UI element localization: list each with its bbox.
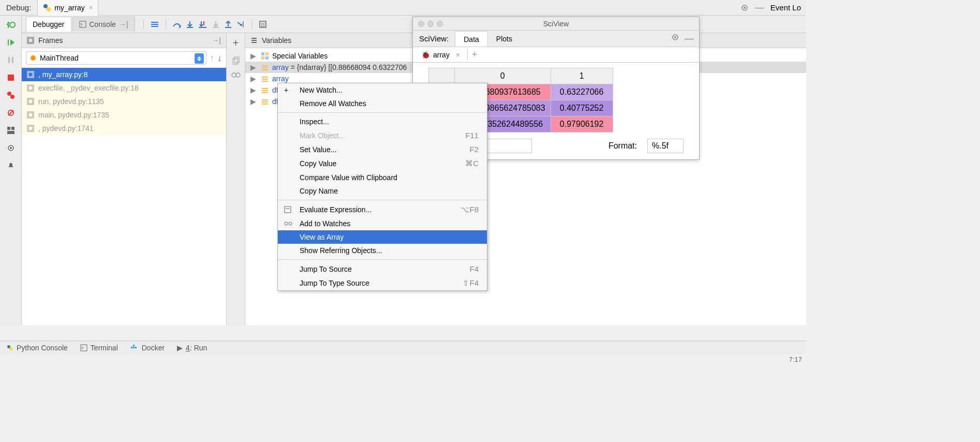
menu-item[interactable]: View as Array [278, 230, 487, 244]
resume-icon[interactable] [6, 37, 16, 48]
svg-rect-64 [262, 88, 268, 89]
format-input[interactable] [647, 139, 684, 153]
view-breakpoints-icon[interactable] [6, 90, 16, 100]
expand-icon[interactable]: ▶ [250, 97, 258, 106]
python-icon [6, 344, 13, 351]
svg-rect-67 [262, 99, 268, 100]
svg-point-49 [232, 73, 236, 77]
frame-item[interactable]: , my_array.py:8 [22, 68, 226, 81]
svg-rect-4 [8, 39, 9, 46]
svg-rect-68 [262, 101, 268, 102]
force-step-into-icon[interactable] [212, 20, 220, 28]
sciview-data-tab[interactable]: Data [455, 31, 488, 47]
watches-view-icon[interactable] [231, 72, 241, 78]
variables-icon [250, 37, 258, 44]
svg-point-77 [9, 347, 12, 350]
svg-rect-6 [12, 57, 13, 63]
svg-point-1 [47, 7, 51, 11]
svg-rect-69 [262, 104, 268, 105]
close-icon[interactable]: × [89, 4, 93, 11]
minimize-icon[interactable]: — [755, 2, 764, 13]
pin-icon[interactable] [6, 160, 16, 171]
layout-icon[interactable] [6, 125, 16, 136]
expand-icon[interactable]: ▶ [250, 63, 258, 71]
traffic-min-icon[interactable] [427, 21, 434, 27]
frames-pin-icon[interactable]: →| [212, 36, 221, 45]
expand-icon[interactable]: ▶ [250, 86, 258, 94]
settings-icon[interactable] [6, 143, 16, 153]
terminal-button[interactable]: Terminal [80, 344, 118, 352]
array-data-tab[interactable]: 🐞 array × [417, 49, 464, 61]
python-console-button[interactable]: Python Console [6, 344, 68, 352]
sciview-plots-tab[interactable]: Plots [488, 31, 521, 46]
docker-button[interactable]: Docker [130, 344, 165, 352]
frame-item[interactable]: execfile, _pydev_execfile.py:18 [22, 81, 226, 95]
menu-item[interactable]: Jump To Type Source⇧F4 [278, 276, 487, 290]
step-over-icon[interactable] [172, 20, 182, 28]
dropdown-spinner-icon[interactable] [195, 53, 204, 64]
svg-rect-63 [262, 81, 268, 82]
format-label: Format: [608, 141, 637, 151]
show-execution-icon[interactable] [150, 20, 159, 28]
frame-item[interactable]: main, pydevd.py:1735 [22, 108, 226, 122]
mute-breakpoints-icon[interactable] [6, 108, 16, 118]
expand-icon[interactable]: ▶ [250, 52, 258, 60]
stop-icon[interactable] [6, 72, 16, 83]
svg-rect-65 [262, 90, 268, 91]
add-watch-icon[interactable]: + [233, 37, 239, 49]
prev-frame-icon[interactable]: ↑ [210, 53, 214, 64]
svg-rect-48 [234, 57, 239, 63]
menu-item[interactable]: Compare Value with Clipboard [278, 171, 487, 184]
gear-icon[interactable] [740, 4, 749, 12]
step-into-my-code-icon[interactable] [198, 20, 207, 28]
svg-point-9 [10, 95, 14, 99]
svg-rect-80 [133, 347, 135, 348]
console-tab[interactable]: Console →| [72, 17, 135, 32]
svg-rect-54 [261, 52, 264, 55]
menu-item[interactable]: Remove All Watches [278, 97, 487, 110]
svg-rect-17 [80, 21, 86, 27]
step-out-icon[interactable] [224, 20, 232, 28]
close-icon[interactable]: × [456, 51, 460, 59]
menu-item[interactable]: Copy Value⌘C [278, 156, 487, 171]
menu-item[interactable]: Set Value...F2 [278, 142, 487, 156]
traffic-close-icon[interactable] [418, 21, 424, 27]
sciview-label: SciView: [413, 34, 455, 43]
traffic-max-icon[interactable] [437, 21, 443, 27]
step-into-icon[interactable] [186, 20, 194, 28]
add-tab-icon[interactable]: + [467, 49, 482, 60]
svg-rect-79 [131, 347, 132, 348]
svg-point-8 [7, 92, 11, 96]
menu-item[interactable]: Add to Watches [278, 217, 487, 230]
copy-icon[interactable] [232, 56, 240, 65]
svg-rect-12 [7, 127, 10, 130]
expand-icon[interactable]: ▶ [250, 75, 258, 83]
console-icon [79, 21, 86, 28]
svg-rect-46 [28, 126, 33, 130]
file-tab[interactable]: my_array × [37, 0, 98, 16]
frame-item[interactable]: , pydevd.py:1741 [22, 122, 226, 135]
menu-item[interactable]: Copy Name [278, 184, 487, 198]
menu-item[interactable]: Evaluate Expression...⌥F8 [278, 202, 487, 217]
svg-rect-81 [133, 345, 135, 346]
event-log-label[interactable]: Event Lo [770, 3, 801, 12]
menu-item[interactable]: Jump To SourceF4 [278, 262, 487, 276]
menu-item[interactable]: +New Watch... [278, 83, 487, 97]
gear-icon[interactable] [671, 33, 679, 44]
frame-item[interactable]: run, pydevd.py:1135 [22, 95, 226, 108]
minimize-icon[interactable]: — [685, 33, 694, 44]
evaluate-icon[interactable] [259, 20, 267, 28]
svg-point-3 [744, 7, 746, 9]
sciview-titlebar[interactable]: SciView [413, 17, 699, 31]
svg-rect-70 [285, 207, 291, 213]
menu-item[interactable]: Inspect... [278, 115, 487, 128]
run-button[interactable]: ▶ 4: Run [177, 344, 207, 352]
debug-label: Debug: [0, 3, 37, 12]
menu-item[interactable]: Show Referring Objects... [278, 244, 487, 257]
run-to-cursor-icon[interactable] [236, 20, 246, 28]
thread-selector[interactable]: MainThread [26, 51, 206, 65]
next-frame-icon[interactable]: ↓ [217, 53, 222, 64]
rerun-icon[interactable] [6, 20, 16, 30]
debugger-tab[interactable]: Debugger [26, 17, 71, 32]
pause-icon[interactable] [6, 55, 16, 65]
